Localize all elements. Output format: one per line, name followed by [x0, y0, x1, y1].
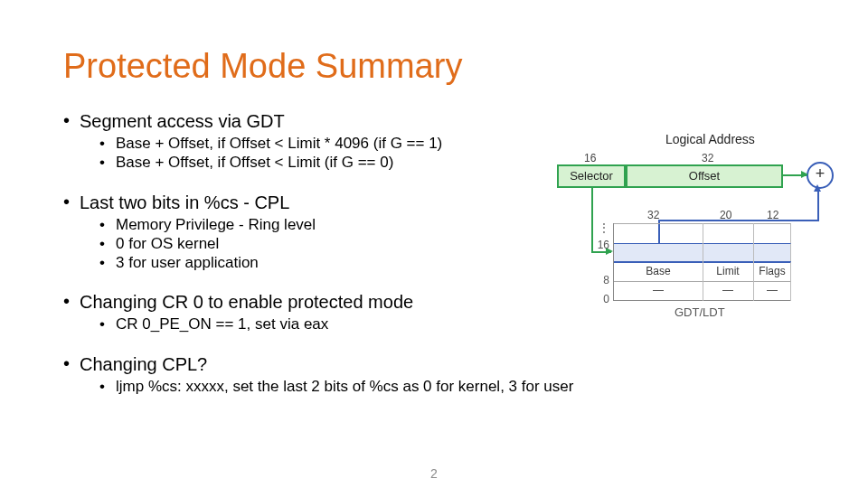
limit-col-header: Limit	[703, 265, 753, 277]
plus-icon: +	[816, 164, 826, 183]
offset-box: Offset	[626, 164, 783, 188]
sub-bullet-text: ljmp %cs: xxxxx, set the last 2 bits of …	[116, 378, 573, 395]
selector-bits-label: 16	[584, 152, 596, 164]
base-across-line	[658, 220, 819, 221]
base-into-adder-line	[817, 188, 819, 221]
sub-bullet: ljmp %cs: xxxxx, set the last 2 bits of …	[99, 377, 832, 396]
flags-col-header: Flags	[753, 265, 791, 277]
descriptor-table: Base Limit Flags — — —	[613, 223, 790, 301]
selector-box-label: Selector	[570, 169, 613, 183]
sub-bullet-text: 0 for OS kernel	[116, 235, 219, 252]
bullet-text: Segment access via GDT	[63, 111, 832, 132]
base-col-header: Base	[614, 265, 703, 277]
arrowhead-icon	[814, 184, 821, 192]
arrowhead-icon	[801, 171, 808, 178]
logical-address-label: Logical Address	[665, 132, 755, 146]
sub-bullet-text: Base + Offset, if Offset < Limit * 4096 …	[116, 135, 442, 152]
slide-title: Protected Mode Summary	[63, 47, 832, 86]
y-tick-16: 16	[593, 239, 609, 251]
slide: Protected Mode Summary Segment access vi…	[0, 0, 868, 488]
limit-bits-label: 20	[720, 209, 731, 221]
cell-placeholder: —	[703, 284, 753, 296]
bullet-item: Changing CPL? ljmp %cs: xxxxx, set the l…	[63, 354, 832, 396]
sub-bullet-text: Memory Privilege - Ring level	[116, 216, 316, 233]
flags-bits-label: 12	[767, 209, 778, 221]
sub-bullet-text: Base + Offset, if Offset < Limit (if G =…	[116, 154, 393, 171]
cell-placeholder: —	[753, 284, 791, 296]
sub-bullet-text: CR 0_PE_ON == 1, set via eax	[116, 315, 328, 333]
offset-box-label: Offset	[689, 169, 720, 183]
selector-box: Selector	[557, 164, 626, 188]
y-tick-8: 8	[593, 274, 609, 286]
base-bits-label: 32	[647, 209, 659, 221]
y-tick-dots: ⋮	[593, 221, 609, 234]
address-translation-diagram: Logical Address 16 32 Selector Offset + …	[557, 132, 837, 340]
sub-bullet-text: 3 for user application	[116, 254, 259, 271]
table-caption: GDT/LDT	[675, 305, 725, 319]
page-number: 2	[0, 466, 868, 481]
offset-bits-label: 32	[702, 152, 713, 164]
bullet-text: Changing CPL?	[63, 354, 832, 375]
sub-list: ljmp %cs: xxxxx, set the last 2 bits of …	[63, 377, 832, 396]
cell-placeholder: —	[614, 284, 703, 296]
y-tick-0: 0	[593, 293, 609, 305]
